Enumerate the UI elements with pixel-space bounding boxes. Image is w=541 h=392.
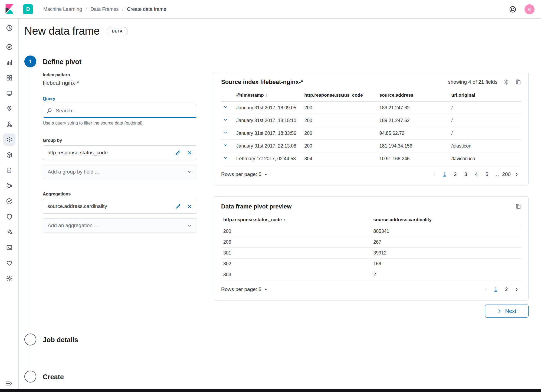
page-3-button[interactable]: 3	[461, 169, 471, 179]
sidebar-expand-icon[interactable]	[5, 380, 13, 387]
table-cell: 200	[302, 114, 377, 127]
prev-page-button[interactable]	[430, 170, 439, 179]
add-group-by-placeholder: Add a group by field ...	[48, 169, 99, 175]
copy-to-clipboard-icon[interactable]	[515, 204, 521, 210]
add-aggregation-placeholder: Add an aggregation ...	[48, 223, 98, 228]
pivot-table-pagination: 12	[481, 285, 521, 294]
edit-aggregation-button[interactable]	[175, 204, 181, 209]
sidebar-item-dashboard[interactable]	[2, 70, 17, 86]
sort-ascending-icon: ↑	[284, 217, 286, 222]
sidebar-item-apm[interactable]	[2, 178, 17, 194]
page-2-button[interactable]: 2	[501, 285, 511, 294]
edit-group-by-button[interactable]	[175, 150, 181, 156]
group-by-item: http.response.status_code	[43, 145, 197, 160]
expand-row-button[interactable]	[223, 105, 228, 109]
console-icon	[6, 244, 13, 251]
sidebar-item-recently-viewed[interactable]	[2, 20, 17, 36]
table-cell: /favicon.ico	[449, 152, 521, 165]
column-header-url.original[interactable]: url.original	[449, 89, 521, 102]
cross-icon	[187, 204, 192, 209]
copy-to-clipboard-icon[interactable]	[515, 79, 521, 85]
add-aggregation-select[interactable]: Add an aggregation ...	[43, 218, 197, 233]
delete-aggregation-button[interactable]	[187, 204, 192, 209]
page-200-button[interactable]: 200	[501, 169, 511, 179]
sidebar-item-uptime[interactable]	[2, 194, 17, 209]
expand-row-button[interactable]	[223, 156, 228, 160]
expand-row-button[interactable]	[223, 130, 228, 135]
sidebar-item-management[interactable]	[2, 271, 17, 286]
kibana-logo[interactable]	[0, 0, 19, 18]
table-row: January 31st 2017, 18:33:5620094.85.62.7…	[221, 127, 521, 140]
next-button-label: Next	[505, 308, 516, 314]
next-button[interactable]: Next	[485, 305, 529, 318]
rows-per-page-button[interactable]: Rows per page: 5	[221, 286, 268, 292]
rows-per-page-button[interactable]: Rows per page: 5	[221, 171, 268, 177]
aggregation-item-label: source.address.cardinality	[47, 203, 107, 209]
sidebar-item-console[interactable]	[2, 240, 17, 255]
sidebar-item-dev-tools[interactable]	[2, 224, 17, 240]
sidebar-item-discover[interactable]	[2, 39, 17, 55]
next-page-button[interactable]	[512, 285, 521, 294]
sidebar-item-siem[interactable]	[2, 209, 17, 224]
breadcrumb-data-frames[interactable]: Data Frames	[90, 6, 119, 12]
column-header-http.response.status_code[interactable]: http.response.status_code↑	[221, 214, 371, 226]
space-badge[interactable]: D	[23, 4, 33, 14]
step-2-title: Job details	[43, 336, 78, 344]
source-index-table: @timestamp↑http.response.status_codesour…	[221, 89, 521, 165]
column-header-@timestamp[interactable]: @timestamp↑	[234, 89, 302, 102]
table-cell: January 31st 2017, 22:13:08	[234, 140, 302, 152]
page-4-button[interactable]: 4	[471, 169, 481, 179]
sidebar-item-monitoring[interactable]	[2, 255, 17, 271]
step-3-title: Create	[43, 373, 64, 381]
sidebar-item-graph[interactable]	[2, 116, 17, 132]
table-cell: 181.194.34.156	[377, 140, 449, 152]
page-title: New data frame	[24, 25, 100, 37]
pencil-icon	[175, 150, 181, 156]
chevron-down-icon	[187, 223, 192, 228]
delete-group-by-button[interactable]	[187, 150, 192, 156]
table-row: January 31st 2017, 22:13:08200181.194.34…	[221, 140, 521, 152]
breadcrumb-machine-learning[interactable]: Machine Learning	[43, 6, 82, 12]
query-search-input[interactable]	[43, 104, 197, 118]
apm-icon	[6, 182, 13, 189]
table-cell: January 31st 2017, 18:33:56	[234, 127, 302, 140]
source-table-pagination: 12345…200	[430, 169, 521, 179]
table-cell: 39912	[371, 248, 522, 259]
sidebar-item-infrastructure[interactable]	[2, 147, 17, 163]
sidebar-item-canvas[interactable]	[2, 86, 17, 101]
table-cell: 94.85.62.72	[377, 127, 449, 140]
page-2-button[interactable]: 2	[450, 169, 460, 179]
sidebar-item-visualize[interactable]	[2, 55, 17, 70]
avatar[interactable]: e	[524, 4, 535, 14]
page-5-button[interactable]: 5	[482, 169, 492, 179]
table-cell: /	[449, 114, 521, 127]
top-bar: D Machine Learning / Data Frames / Creat…	[0, 0, 541, 19]
page-1-button[interactable]: 1	[440, 169, 450, 179]
expand-row-button[interactable]	[223, 143, 228, 148]
cross-icon	[187, 150, 192, 156]
column-header-http.response.status_code[interactable]: http.response.status_code	[302, 89, 377, 102]
table-row: 3032	[221, 269, 521, 280]
column-header-source.address.cardinality[interactable]: source.address.cardinality	[371, 214, 522, 226]
expander-column-header	[221, 89, 234, 102]
table-cell: 189.21.247.62	[377, 102, 449, 114]
pivot-preview-panel: Data frame pivot preview http.response.s…	[214, 196, 529, 300]
search-icon	[47, 108, 52, 113]
group-by-label: Group by	[43, 138, 197, 143]
table-cell: 200	[302, 102, 377, 114]
sidebar-item-logs[interactable]	[2, 163, 17, 178]
next-page-button[interactable]	[512, 170, 521, 179]
settings-gear-icon[interactable]	[503, 79, 509, 85]
table-cell: 169	[371, 259, 522, 269]
help-icon[interactable]	[509, 6, 516, 13]
pagination-ellipsis: …	[493, 171, 501, 177]
column-header-source.address[interactable]: source.address	[377, 89, 449, 102]
beta-badge: BETA	[107, 27, 127, 35]
page-1-button[interactable]: 1	[491, 285, 501, 294]
sidebar-item-machine-learning[interactable]	[2, 132, 17, 147]
sidebar-item-maps[interactable]	[2, 101, 17, 116]
rows-per-page-label: Rows per page: 5	[221, 286, 261, 292]
add-group-by-select[interactable]: Add a group by field ...	[43, 165, 197, 179]
prev-page-button[interactable]	[481, 285, 490, 294]
expand-row-button[interactable]	[223, 117, 228, 122]
